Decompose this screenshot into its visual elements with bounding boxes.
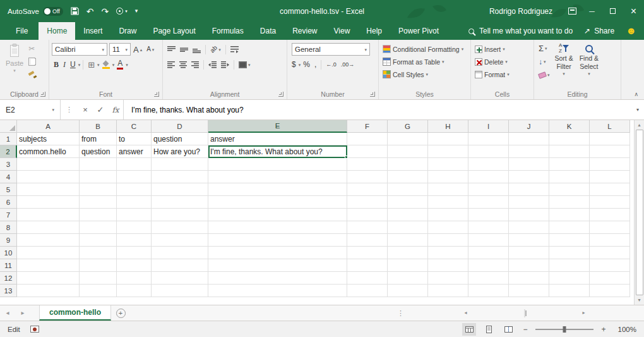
comma-style-button[interactable]: , [313,58,318,71]
collapse-ribbon-button[interactable]: ∧ [634,92,638,97]
increase-indent-button[interactable] [219,58,231,71]
tab-view[interactable]: View [326,22,359,40]
zoom-slider[interactable] [535,329,593,330]
autosum-button[interactable]: Σ ▾ [537,42,552,55]
cell-J3[interactable] [509,158,549,171]
cell-J7[interactable] [509,209,549,221]
cell-I5[interactable] [468,183,509,196]
tab-formulas[interactable]: Formulas [204,22,252,40]
cell-D9[interactable] [152,234,208,247]
align-bottom-button[interactable] [191,43,203,56]
feedback-smiley-icon[interactable]: ☻ [626,26,636,36]
name-box[interactable]: E2 ▾ [0,100,61,119]
maximize-button[interactable] [602,0,623,22]
macro-record-button[interactable] [30,326,39,333]
row-header-7[interactable]: 7 [0,209,17,221]
cell-C10[interactable] [117,247,152,259]
cell-A2[interactable]: common.hello [17,145,80,158]
tab-draw[interactable]: Draw [110,22,145,40]
paste-button[interactable]: Paste ▾ [3,42,27,89]
formula-bar-drag-handle[interactable]: ⋮ [61,100,78,119]
cell-J5[interactable] [509,183,549,196]
cell-A13[interactable] [17,285,80,297]
customize-toolbar-button[interactable]: ▾ [135,8,138,14]
format-cells-button[interactable]: Format ▾ [474,68,531,80]
cell-L2[interactable] [590,145,630,158]
cancel-button[interactable]: × [78,100,93,119]
borders-button[interactable]: ⊞ [86,58,97,71]
align-right-button[interactable] [189,58,201,71]
cell-B10[interactable] [80,247,117,259]
underline-button[interactable]: U [68,58,78,71]
cell-J1[interactable] [509,133,549,145]
cell-J2[interactable] [509,145,549,158]
tab-page-layout[interactable]: Page Layout [145,22,203,40]
percent-style-button[interactable]: % [301,58,312,71]
select-all-corner[interactable] [0,120,17,133]
increase-decimal-button[interactable]: ←.0 [324,58,338,71]
cell-L7[interactable] [590,209,630,221]
cell-I7[interactable] [468,209,509,221]
cell-L9[interactable] [590,234,630,247]
cell-H1[interactable] [428,133,468,145]
cell-L3[interactable] [590,158,630,171]
fill-handle[interactable] [345,156,348,159]
cell-D4[interactable] [152,171,208,183]
cell-L13[interactable] [590,285,630,297]
row-header-5[interactable]: 5 [0,183,17,196]
cell-C2[interactable]: answer [117,145,152,158]
cell-C13[interactable] [117,285,152,297]
autosave-toggle[interactable]: AutoSave Off [8,7,63,16]
format-as-table-button[interactable]: Format as Table ▾ [381,56,468,68]
font-color-button[interactable]: A [115,58,125,71]
cell-D10[interactable] [152,247,208,259]
cell-F4[interactable] [347,171,388,183]
cell-H4[interactable] [428,171,468,183]
undo-button[interactable]: ↶ [86,7,94,16]
sort-filter-button[interactable]: A Z Sort & Filter ▾ [552,42,576,89]
column-header-E[interactable]: E [208,120,347,133]
column-header-F[interactable]: F [347,120,388,133]
cell-G1[interactable] [388,133,428,145]
cell-D1[interactable]: question [152,133,208,145]
cell-E1[interactable]: answer [208,133,347,145]
cell-G8[interactable] [388,221,428,234]
cell-styles-button[interactable]: Cell Styles ▾ [381,68,468,80]
cell-G6[interactable] [388,196,428,209]
cell-H5[interactable] [428,183,468,196]
cell-C8[interactable] [117,221,152,234]
row-header-3[interactable]: 3 [0,158,17,171]
sheet-tab-common-hello[interactable]: common-hello [39,305,111,321]
cell-B11[interactable] [80,259,117,272]
cell-B5[interactable] [80,183,117,196]
cell-H9[interactable] [428,234,468,247]
font-name-combo[interactable]: Calibri ▾ [52,43,107,56]
cell-K6[interactable] [549,196,590,209]
cell-F1[interactable] [347,133,388,145]
cell-H13[interactable] [428,285,468,297]
cell-A12[interactable] [17,272,80,285]
cell-I8[interactable] [468,221,509,234]
cell-C11[interactable] [117,259,152,272]
column-header-A[interactable]: A [17,120,80,133]
cell-K8[interactable] [549,221,590,234]
cell-C9[interactable] [117,234,152,247]
cell-A3[interactable] [17,158,80,171]
accounting-format-caret[interactable]: ▾ [299,63,301,67]
cell-H8[interactable] [428,221,468,234]
format-painter-button[interactable] [27,68,40,82]
cell-D2[interactable]: How are you? [152,145,208,158]
row-header-8[interactable]: 8 [0,221,17,234]
cell-C12[interactable] [117,272,152,285]
cell-I9[interactable] [468,234,509,247]
enter-button[interactable]: ✓ [93,100,108,119]
row-header-10[interactable]: 10 [0,247,17,259]
cell-H12[interactable] [428,272,468,285]
share-button[interactable]: ↗ Share [584,27,614,35]
cell-L5[interactable] [590,183,630,196]
cell-G2[interactable] [388,145,428,158]
tab-file[interactable]: File [5,22,39,40]
formula-input[interactable]: I'm fine, thanks. What about you? [123,100,631,119]
tab-review[interactable]: Review [284,22,325,40]
row-header-6[interactable]: 6 [0,196,17,209]
